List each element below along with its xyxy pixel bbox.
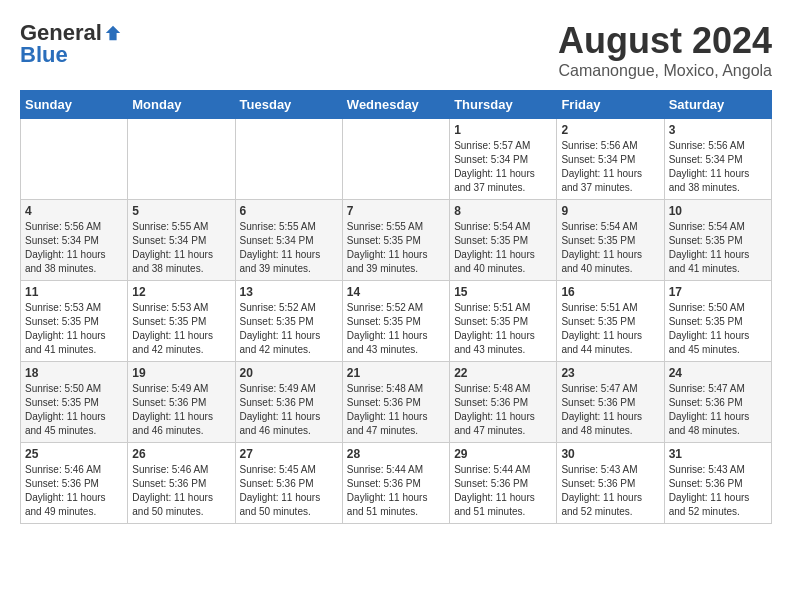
calendar-cell: 31Sunrise: 5:43 AM Sunset: 5:36 PM Dayli… (664, 443, 771, 524)
day-number: 5 (132, 204, 230, 218)
day-info: Sunrise: 5:46 AM Sunset: 5:36 PM Dayligh… (132, 463, 230, 519)
day-number: 15 (454, 285, 552, 299)
day-number: 16 (561, 285, 659, 299)
day-number: 24 (669, 366, 767, 380)
day-number: 3 (669, 123, 767, 137)
day-header-saturday: Saturday (664, 91, 771, 119)
day-info: Sunrise: 5:53 AM Sunset: 5:35 PM Dayligh… (25, 301, 123, 357)
day-info: Sunrise: 5:55 AM Sunset: 5:35 PM Dayligh… (347, 220, 445, 276)
day-number: 20 (240, 366, 338, 380)
day-number: 14 (347, 285, 445, 299)
day-info: Sunrise: 5:51 AM Sunset: 5:35 PM Dayligh… (454, 301, 552, 357)
day-header-wednesday: Wednesday (342, 91, 449, 119)
calendar-cell (21, 119, 128, 200)
calendar-cell: 26Sunrise: 5:46 AM Sunset: 5:36 PM Dayli… (128, 443, 235, 524)
calendar-cell: 1Sunrise: 5:57 AM Sunset: 5:34 PM Daylig… (450, 119, 557, 200)
day-info: Sunrise: 5:50 AM Sunset: 5:35 PM Dayligh… (25, 382, 123, 438)
calendar-cell: 13Sunrise: 5:52 AM Sunset: 5:35 PM Dayli… (235, 281, 342, 362)
calendar-cell (128, 119, 235, 200)
day-info: Sunrise: 5:43 AM Sunset: 5:36 PM Dayligh… (669, 463, 767, 519)
week-row: 25Sunrise: 5:46 AM Sunset: 5:36 PM Dayli… (21, 443, 772, 524)
calendar-cell: 12Sunrise: 5:53 AM Sunset: 5:35 PM Dayli… (128, 281, 235, 362)
day-number: 18 (25, 366, 123, 380)
day-number: 22 (454, 366, 552, 380)
day-number: 25 (25, 447, 123, 461)
calendar-cell: 9Sunrise: 5:54 AM Sunset: 5:35 PM Daylig… (557, 200, 664, 281)
day-info: Sunrise: 5:44 AM Sunset: 5:36 PM Dayligh… (347, 463, 445, 519)
calendar-cell: 17Sunrise: 5:50 AM Sunset: 5:35 PM Dayli… (664, 281, 771, 362)
day-info: Sunrise: 5:47 AM Sunset: 5:36 PM Dayligh… (669, 382, 767, 438)
calendar-table: SundayMondayTuesdayWednesdayThursdayFrid… (20, 90, 772, 524)
day-info: Sunrise: 5:54 AM Sunset: 5:35 PM Dayligh… (454, 220, 552, 276)
calendar-cell: 24Sunrise: 5:47 AM Sunset: 5:36 PM Dayli… (664, 362, 771, 443)
day-number: 26 (132, 447, 230, 461)
day-number: 28 (347, 447, 445, 461)
calendar-cell (235, 119, 342, 200)
title-block: August 2024 Camanongue, Moxico, Angola (558, 20, 772, 80)
day-info: Sunrise: 5:44 AM Sunset: 5:36 PM Dayligh… (454, 463, 552, 519)
day-number: 13 (240, 285, 338, 299)
calendar-cell: 30Sunrise: 5:43 AM Sunset: 5:36 PM Dayli… (557, 443, 664, 524)
day-info: Sunrise: 5:56 AM Sunset: 5:34 PM Dayligh… (25, 220, 123, 276)
day-number: 27 (240, 447, 338, 461)
calendar-cell: 15Sunrise: 5:51 AM Sunset: 5:35 PM Dayli… (450, 281, 557, 362)
day-info: Sunrise: 5:43 AM Sunset: 5:36 PM Dayligh… (561, 463, 659, 519)
day-info: Sunrise: 5:52 AM Sunset: 5:35 PM Dayligh… (240, 301, 338, 357)
calendar-cell: 23Sunrise: 5:47 AM Sunset: 5:36 PM Dayli… (557, 362, 664, 443)
location-subtitle: Camanongue, Moxico, Angola (558, 62, 772, 80)
day-number: 21 (347, 366, 445, 380)
logo-blue: Blue (20, 42, 68, 68)
calendar-cell: 18Sunrise: 5:50 AM Sunset: 5:35 PM Dayli… (21, 362, 128, 443)
calendar-cell: 28Sunrise: 5:44 AM Sunset: 5:36 PM Dayli… (342, 443, 449, 524)
day-number: 4 (25, 204, 123, 218)
calendar-cell (342, 119, 449, 200)
logo-icon (104, 24, 122, 42)
day-number: 6 (240, 204, 338, 218)
week-row: 1Sunrise: 5:57 AM Sunset: 5:34 PM Daylig… (21, 119, 772, 200)
logo: General Blue (20, 20, 122, 68)
page-header: General Blue August 2024 Camanongue, Mox… (20, 20, 772, 80)
week-row: 18Sunrise: 5:50 AM Sunset: 5:35 PM Dayli… (21, 362, 772, 443)
day-info: Sunrise: 5:52 AM Sunset: 5:35 PM Dayligh… (347, 301, 445, 357)
day-number: 10 (669, 204, 767, 218)
day-number: 8 (454, 204, 552, 218)
day-info: Sunrise: 5:49 AM Sunset: 5:36 PM Dayligh… (240, 382, 338, 438)
day-info: Sunrise: 5:45 AM Sunset: 5:36 PM Dayligh… (240, 463, 338, 519)
day-header-friday: Friday (557, 91, 664, 119)
calendar-cell: 3Sunrise: 5:56 AM Sunset: 5:34 PM Daylig… (664, 119, 771, 200)
calendar-cell: 21Sunrise: 5:48 AM Sunset: 5:36 PM Dayli… (342, 362, 449, 443)
calendar-cell: 19Sunrise: 5:49 AM Sunset: 5:36 PM Dayli… (128, 362, 235, 443)
calendar-cell: 11Sunrise: 5:53 AM Sunset: 5:35 PM Dayli… (21, 281, 128, 362)
day-info: Sunrise: 5:56 AM Sunset: 5:34 PM Dayligh… (561, 139, 659, 195)
calendar-cell: 2Sunrise: 5:56 AM Sunset: 5:34 PM Daylig… (557, 119, 664, 200)
calendar-cell: 8Sunrise: 5:54 AM Sunset: 5:35 PM Daylig… (450, 200, 557, 281)
day-info: Sunrise: 5:47 AM Sunset: 5:36 PM Dayligh… (561, 382, 659, 438)
day-number: 12 (132, 285, 230, 299)
day-info: Sunrise: 5:55 AM Sunset: 5:34 PM Dayligh… (132, 220, 230, 276)
day-info: Sunrise: 5:46 AM Sunset: 5:36 PM Dayligh… (25, 463, 123, 519)
calendar-cell: 20Sunrise: 5:49 AM Sunset: 5:36 PM Dayli… (235, 362, 342, 443)
calendar-cell: 10Sunrise: 5:54 AM Sunset: 5:35 PM Dayli… (664, 200, 771, 281)
day-info: Sunrise: 5:49 AM Sunset: 5:36 PM Dayligh… (132, 382, 230, 438)
day-header-sunday: Sunday (21, 91, 128, 119)
month-title: August 2024 (558, 20, 772, 62)
day-info: Sunrise: 5:54 AM Sunset: 5:35 PM Dayligh… (669, 220, 767, 276)
day-info: Sunrise: 5:48 AM Sunset: 5:36 PM Dayligh… (347, 382, 445, 438)
day-info: Sunrise: 5:48 AM Sunset: 5:36 PM Dayligh… (454, 382, 552, 438)
day-info: Sunrise: 5:50 AM Sunset: 5:35 PM Dayligh… (669, 301, 767, 357)
day-header-thursday: Thursday (450, 91, 557, 119)
day-info: Sunrise: 5:51 AM Sunset: 5:35 PM Dayligh… (561, 301, 659, 357)
day-number: 11 (25, 285, 123, 299)
day-number: 7 (347, 204, 445, 218)
calendar-cell: 5Sunrise: 5:55 AM Sunset: 5:34 PM Daylig… (128, 200, 235, 281)
day-info: Sunrise: 5:54 AM Sunset: 5:35 PM Dayligh… (561, 220, 659, 276)
day-header-tuesday: Tuesday (235, 91, 342, 119)
day-info: Sunrise: 5:56 AM Sunset: 5:34 PM Dayligh… (669, 139, 767, 195)
day-number: 19 (132, 366, 230, 380)
week-row: 4Sunrise: 5:56 AM Sunset: 5:34 PM Daylig… (21, 200, 772, 281)
calendar-cell: 6Sunrise: 5:55 AM Sunset: 5:34 PM Daylig… (235, 200, 342, 281)
day-info: Sunrise: 5:53 AM Sunset: 5:35 PM Dayligh… (132, 301, 230, 357)
day-info: Sunrise: 5:55 AM Sunset: 5:34 PM Dayligh… (240, 220, 338, 276)
calendar-cell: 25Sunrise: 5:46 AM Sunset: 5:36 PM Dayli… (21, 443, 128, 524)
calendar-cell: 4Sunrise: 5:56 AM Sunset: 5:34 PM Daylig… (21, 200, 128, 281)
